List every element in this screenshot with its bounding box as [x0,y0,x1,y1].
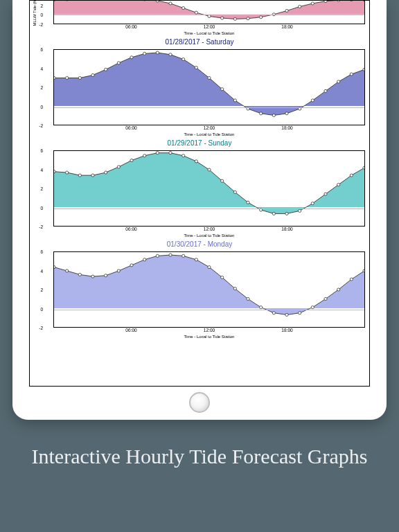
svg-point-48 [350,73,353,76]
svg-point-68 [285,212,288,215]
y-tick-label: 4 [33,268,43,273]
svg-point-29 [105,68,107,71]
chart-scroll-view[interactable]: -202MLLW Tide (ft)06:0012:0018:00Time - … [29,0,370,387]
svg-point-76 [66,269,69,272]
svg-point-70 [311,202,314,205]
svg-point-44 [299,107,301,110]
svg-point-56 [130,159,133,161]
svg-point-18 [285,9,288,12]
y-tick-label: 0 [33,306,43,311]
svg-point-33 [156,51,159,54]
svg-point-38 [221,88,224,91]
svg-point-27 [78,76,81,79]
chart-plot-area[interactable] [53,1,365,24]
svg-point-65 [247,201,249,204]
svg-point-9 [169,2,172,5]
svg-point-75 [54,266,55,269]
svg-point-97 [337,288,340,291]
svg-point-30 [117,62,120,64]
svg-point-93 [285,313,288,316]
svg-point-35 [182,57,185,60]
svg-point-39 [233,99,236,102]
svg-point-47 [337,80,340,83]
svg-point-80 [117,269,120,272]
svg-point-63 [221,179,224,182]
svg-point-89 [233,287,236,290]
svg-point-69 [299,209,301,212]
y-tick-label: 6 [33,249,43,254]
svg-point-87 [208,266,211,269]
x-tick-label: 18:00 [281,227,292,231]
x-tick-label: 12:00 [204,227,215,231]
svg-point-92 [272,312,275,314]
svg-point-62 [208,168,211,171]
day-heading: 01/29/2017 - Sunday [30,139,369,147]
svg-point-73 [350,174,353,177]
svg-point-16 [260,16,263,19]
svg-point-99 [363,269,364,272]
svg-point-67 [272,212,275,215]
svg-point-40 [247,107,249,110]
svg-point-85 [182,254,185,257]
x-tick-label: 12:00 [204,24,215,29]
svg-point-90 [247,297,249,300]
svg-point-95 [311,306,314,309]
svg-point-52 [78,174,81,177]
tide-chart-panel[interactable]: -20246MLLW Tide (ft)06:0012:0018:00Time … [30,150,369,251]
svg-point-53 [91,174,94,177]
svg-point-26 [66,76,69,79]
y-tick-label: 4 [33,66,43,71]
svg-point-86 [195,258,197,261]
svg-point-88 [221,276,224,278]
svg-point-46 [324,89,327,92]
tablet-frame: -202MLLW Tide (ft)06:0012:0018:00Time - … [12,0,387,420]
x-tick-label: 18:00 [281,125,292,130]
chart-plot-area[interactable] [53,251,365,328]
y-tick-label: -2 [33,123,43,128]
svg-point-98 [350,278,353,281]
y-tick-label: -2 [33,224,43,229]
svg-point-59 [169,152,172,154]
svg-point-36 [195,66,197,69]
svg-point-74 [363,166,364,169]
svg-point-11 [195,11,197,14]
x-tick-label: 18:00 [281,328,292,332]
svg-point-15 [247,17,249,20]
svg-point-78 [91,275,94,278]
tide-chart-panel[interactable]: -202MLLW Tide (ft)06:0012:0018:00Time - … [30,1,369,49]
x-axis-label: Time - Local to Tide Station [53,132,365,136]
svg-point-49 [363,68,364,71]
home-button[interactable] [189,392,210,413]
y-tick-label: 0 [33,104,43,109]
svg-point-32 [143,52,146,55]
svg-point-8 [156,1,159,2]
svg-point-72 [337,184,340,186]
svg-point-19 [299,6,301,8]
day-heading: 01/28/2017 - Saturday [30,38,369,46]
svg-point-51 [66,171,69,174]
day-heading: 01/30/2017 - Monday [30,240,369,248]
y-tick-label: 4 [33,167,43,172]
svg-point-13 [221,17,224,19]
svg-point-54 [105,171,107,174]
svg-point-25 [54,76,55,79]
svg-point-60 [182,154,185,157]
svg-point-79 [105,274,107,277]
svg-point-10 [182,7,185,10]
svg-point-96 [324,297,327,300]
x-tick-label: 06:00 [125,227,136,231]
svg-point-81 [130,264,133,267]
svg-point-64 [233,190,236,193]
marketing-caption: Interactive Hourly Tide Forecast Graphs [0,420,399,470]
x-tick-label: 12:00 [204,328,215,332]
tide-chart-panel[interactable]: -20246MLLW Tide (ft)06:0012:0018:00Time … [30,49,369,150]
svg-point-22 [337,1,340,1]
tide-chart-panel[interactable]: -20246MLLW Tide (ft)06:0012:0018:00Time … [30,251,369,353]
chart-plot-area[interactable] [53,49,365,125]
x-axis-label: Time - Local to Tide Station [53,233,365,238]
svg-point-23 [350,1,353,1]
chart-plot-area[interactable] [53,150,365,227]
svg-point-55 [117,166,120,168]
x-tick-label: 06:00 [125,328,136,332]
svg-point-43 [285,112,288,115]
